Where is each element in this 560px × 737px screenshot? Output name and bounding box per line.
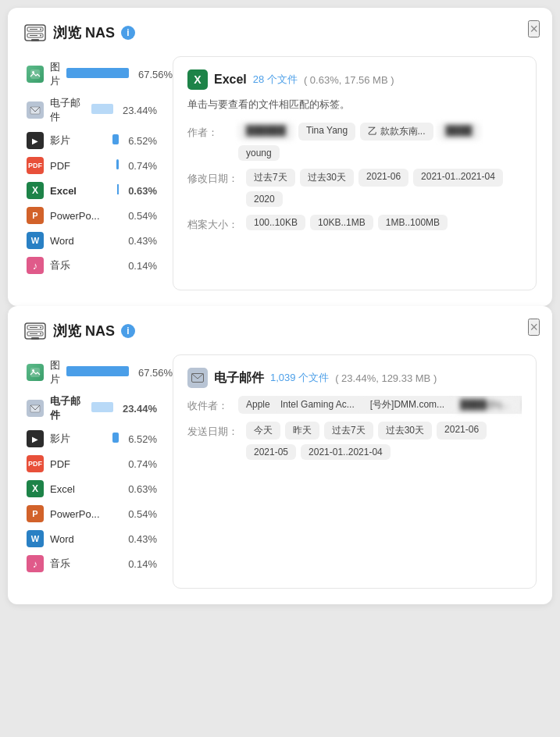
file-list-item-music[interactable]: ♪ 音乐 0.14% — [23, 551, 160, 576]
file-item-pct-email: 23.44% — [123, 403, 157, 415]
file-icon-ppt: P — [27, 207, 44, 224]
tag[interactable]: 2021-05 — [246, 444, 296, 460]
tag[interactable]: [号外]DMM.com... — [362, 397, 452, 412]
file-item-name-pdf: PDF — [50, 160, 110, 172]
file-item-pct-music: 0.14% — [128, 260, 157, 272]
svg-rect-20 — [31, 337, 39, 340]
tag[interactable]: 100..10KB — [246, 215, 305, 230]
svg-rect-7 — [31, 39, 39, 41]
file-list: 图片 67.56% 电子邮件 23.44% ▶ 影片 6.52% PDF — [23, 56, 160, 290]
file-list-item-ppt[interactable]: P PowerPo... 0.54% — [23, 501, 160, 526]
tag[interactable]: 过去7天 — [246, 169, 295, 187]
tag[interactable]: Tina Yang — [298, 123, 355, 141]
svg-rect-22 — [30, 368, 40, 377]
close-button[interactable]: × — [528, 319, 540, 336]
tags-container: 今天昨天过去7天过去30天2021-062021-052021-01..2021… — [246, 422, 519, 460]
detail-header: 电子邮件 1,039 个文件 ( 23.44%, 129.33 MB ) — [187, 368, 522, 388]
tag[interactable]: 今天 — [246, 422, 280, 440]
tag[interactable]: 2021-01..2021-04 — [413, 169, 503, 187]
tag[interactable]: 10KB..1MB — [310, 215, 373, 230]
file-list-item-img[interactable]: 图片 67.56% — [23, 354, 160, 390]
tag[interactable]: 昨天 — [285, 422, 319, 440]
tag[interactable]: ████<1... — [517, 397, 522, 412]
panel-panel-excel: 浏览 NAS i × 图片 67.56% 电子邮件 23.44% — [8, 8, 552, 306]
file-list-item-email[interactable]: 电子邮件 23.44% — [23, 92, 160, 128]
tag[interactable]: 2021-06 — [437, 422, 487, 440]
detail-row: 档案大小： 100..10KB10KB..1MB1MB..100MB — [187, 215, 522, 232]
tag[interactable]: 乙 款款东南... — [360, 123, 433, 141]
file-item-pct-word: 0.43% — [128, 533, 157, 545]
svg-rect-9 — [30, 69, 40, 79]
info-icon[interactable]: i — [121, 26, 135, 40]
file-icon-music: ♪ — [27, 257, 44, 274]
file-item-pct-pdf: 0.74% — [128, 160, 157, 172]
file-item-name-excel: Excel — [50, 185, 111, 197]
file-icon-word: W — [27, 530, 44, 547]
file-bar-img — [66, 365, 129, 379]
file-item-pct-img: 67.56% — [138, 69, 173, 80]
file-item-name-video: 影片 — [50, 432, 106, 446]
tags-container: 100..10KB10KB..1MB1MB..100MB — [246, 215, 448, 230]
panel-title: 浏览 NAS — [53, 23, 115, 42]
file-item-name-excel: Excel — [50, 483, 122, 495]
file-list-item-pdf[interactable]: PDF PDF 0.74% — [23, 451, 160, 476]
detail-file-count-link[interactable]: 1,039 个文件 — [270, 371, 329, 385]
file-list-item-img[interactable]: 图片 67.56% — [23, 56, 160, 92]
file-bar-excel — [117, 183, 119, 198]
info-icon[interactable]: i — [121, 324, 135, 338]
file-list-item-video[interactable]: ▶ 影片 6.52% — [23, 426, 160, 451]
file-item-name-word: Word — [50, 235, 122, 247]
tag[interactable]: 过去7天 — [324, 422, 373, 440]
detail-row: 修改日期： 过去7天过去30天2021-062021-01..2021-0420… — [187, 169, 522, 207]
file-bar-img — [66, 67, 129, 81]
file-list-item-music[interactable]: ♪ 音乐 0.14% — [23, 253, 160, 278]
tag[interactable]: 过去30天 — [378, 422, 432, 440]
svg-point-17 — [40, 333, 41, 335]
tag[interactable]: 1MB..100MB — [378, 215, 448, 230]
file-icon-pdf: PDF — [27, 455, 44, 472]
tag[interactable]: ████ — [438, 123, 480, 141]
file-icon-email — [27, 101, 44, 119]
detail-file-count-link[interactable]: 28 个文件 — [253, 73, 298, 87]
file-list-item-email[interactable]: 电子邮件 23.44% — [23, 390, 160, 426]
tag[interactable]: 2020 — [246, 191, 283, 207]
tag[interactable]: ████@q... — [452, 397, 517, 412]
panel-header: 浏览 NAS i — [23, 22, 537, 44]
tag[interactable]: young — [238, 145, 280, 161]
file-item-pct-video: 6.52% — [128, 135, 157, 147]
detail-panel-email: 电子邮件 1,039 个文件 ( 23.44%, 129.33 MB ) 收件者… — [173, 354, 537, 589]
tag[interactable]: Intel Gaming Ac... — [273, 397, 362, 412]
file-item-pct-excel: 0.63% — [128, 185, 157, 197]
file-icon-pdf: PDF — [27, 157, 44, 174]
close-button[interactable]: × — [528, 20, 540, 37]
file-item-pct-img: 67.56% — [138, 367, 173, 379]
tag[interactable]: ██████ — [238, 123, 294, 141]
tag[interactable]: 2021-06 — [358, 169, 408, 187]
detail-scroll-area[interactable]: 收件者： Apple Intel Gaming Ac...[号外]DMM.com… — [187, 396, 522, 468]
svg-point-16 — [40, 327, 41, 329]
nas-icon — [23, 22, 47, 44]
detail-row-label: 发送日期： — [187, 422, 238, 439]
file-item-name-ppt: PowerPo... — [50, 508, 122, 520]
tag[interactable]: Apple Intel Gaming Ac...[号外]DMM.com...██… — [238, 396, 522, 414]
file-list-item-video[interactable]: ▶ 影片 6.52% — [23, 128, 160, 153]
file-list-item-excel[interactable]: X Excel 0.63% — [23, 476, 160, 501]
file-list-item-word[interactable]: W Word 0.43% — [23, 228, 160, 253]
svg-point-10 — [32, 71, 34, 73]
file-item-pct-word: 0.43% — [128, 235, 157, 247]
file-bar-email — [91, 401, 113, 415]
file-list-item-word[interactable]: W Word 0.43% — [23, 526, 160, 551]
tag[interactable]: 过去30天 — [300, 169, 354, 187]
file-list-item-ppt[interactable]: P PowerPo... 0.54% — [23, 203, 160, 228]
file-icon-img — [27, 66, 44, 83]
tag[interactable]: 2021-01..2021-04 — [301, 444, 391, 460]
svg-point-23 — [32, 369, 34, 372]
file-list-item-excel[interactable]: X Excel 0.63% — [23, 178, 160, 203]
file-item-name-email: 电子邮件 — [50, 394, 85, 422]
file-item-pct-music: 0.14% — [128, 558, 157, 570]
file-list-item-pdf[interactable]: PDF PDF 0.74% — [23, 153, 160, 178]
file-item-pct-video: 6.52% — [128, 433, 157, 445]
panel-header: 浏览 NAS i — [23, 320, 537, 342]
file-item-name-video: 影片 — [50, 134, 106, 148]
file-icon-excel: X — [27, 182, 44, 199]
